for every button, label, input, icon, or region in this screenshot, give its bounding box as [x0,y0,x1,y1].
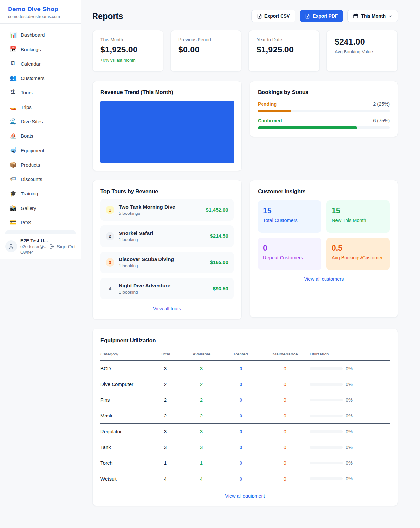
cell-maintenance: 0 [261,397,310,403]
utilization-bar [310,399,343,401]
export-csv-button[interactable]: Export CSV [251,10,295,22]
cell-total: 3 [149,444,182,450]
sidebar-item-customers[interactable]: 👥 Customers [5,71,76,85]
sign-out-button[interactable]: Sign Out [49,244,76,249]
cell-available: 2 [182,381,221,387]
tour-name: Snorkel Safari [119,230,153,236]
table-row: BCD 3 3 0 0 0% [100,361,390,376]
customer-insights-title: Customer Insights [258,188,390,194]
insight-label: New This Month [332,218,385,223]
sidebar-item-label: Dive Sites [21,119,43,124]
calendar-pad-icon: 🗓 [10,60,16,67]
table-row: Fins 2 2 0 0 0% [100,392,390,408]
cell-total: 4 [149,476,182,482]
cell-utilization: 0% [310,413,390,418]
sidebar-item-gallery[interactable]: 📸 Gallery [5,201,76,214]
view-all-tours-link[interactable]: View all tours [100,306,234,311]
col-total: Total [149,352,182,356]
tour-revenue: $214.50 [210,233,228,239]
utilization-bar [310,430,343,433]
sidebar: Demo Dive Shop demo.test.divestreams.com… [0,0,81,259]
sidebar-item-tours[interactable]: 🏝 Tours [5,86,76,99]
equipment-table: Category Total Available Rented Maintena… [100,350,390,487]
sidebar-item-dive-sites[interactable]: 🌊 Dive Sites [5,115,76,128]
cell-category: Tank [100,444,149,450]
tour-revenue: $165.00 [210,259,228,265]
stat-value: $1,925.00 [100,45,155,54]
sidebar-item-label: Calendar [21,61,41,67]
col-utilization: Utilization [310,352,390,356]
sidebar-item-partial[interactable] [5,230,76,234]
export-pdf-button[interactable]: Export PDF [300,10,343,22]
customer-insights-panel: Customer Insights 15 Total Customers 15 … [250,180,398,318]
status-label: Pending [258,101,277,107]
cell-available: 4 [182,476,221,482]
cell-rented: 0 [221,429,261,434]
sidebar-item-label: Dashboard [21,32,45,38]
cell-utilization: 0% [310,382,390,387]
insight-label: Total Customers [263,218,316,223]
col-category: Category [100,352,149,356]
utilization-bar [310,415,343,417]
page-title: Reports [92,11,123,21]
stat-value: $241.00 [335,37,389,47]
user-name: E2E Test U... [20,238,46,243]
sidebar-item-products[interactable]: 📦 Products [5,158,76,171]
view-all-equipment-link[interactable]: View all equipment [100,493,390,498]
cell-total: 3 [149,366,182,371]
status-progress-fill [258,126,357,129]
table-body: BCD 3 3 0 0 0% Dive Computer 2 2 0 0 0% [100,361,390,487]
cell-maintenance: 0 [261,381,310,387]
stat-cards-row: This Month $1,925.00 +0% vs last month P… [92,30,398,72]
cell-utilization: 0% [310,429,390,434]
shop-name: Demo Dive Shop [8,6,73,13]
panels-grid: Revenue Trend (This Month) Bookings by S… [92,81,398,319]
cell-available: 1 [182,460,221,466]
sidebar-item-label: Trips [21,104,32,110]
utilization-bar [310,383,343,386]
sidebar-item-pos[interactable]: 💳 POS [5,216,76,229]
view-all-customers-link[interactable]: View all customers [258,276,390,282]
sidebar-item-discounts[interactable]: 🏷 Discounts [5,173,76,186]
island-icon: 🏝 [10,89,16,96]
cell-total: 3 [149,429,182,434]
user-email: e2e-tester@... [20,244,46,249]
file-download-icon [257,14,262,19]
sidebar-item-calendar[interactable]: 🗓 Calendar [5,57,76,70]
reports-page: Demo Dive Shop demo.test.divestreams.com… [0,0,420,528]
topbar-actions: Export CSV Export PDF This Month [251,10,398,22]
people-icon: 👥 [10,75,16,82]
tour-row: 4 Night Dive Adventure 1 booking $93.50 [100,278,234,299]
cell-category: Fins [100,397,149,403]
file-download-icon [305,14,310,19]
stat-card-year-to-date: Year to Date $1,925.00 [248,30,320,72]
insight-value: 0.5 [332,244,385,253]
sidebar-item-training[interactable]: 🎓 Training [5,187,76,200]
status-count: 6 (75%) [373,118,390,123]
stat-label: Year to Date [257,37,311,42]
insight-label: Repeat Customers [263,255,316,260]
sidebar-item-trips[interactable]: 🚤 Trips [5,100,76,113]
graduation-cap-icon: 🎓 [10,190,16,197]
tour-bookings: 1 booking [119,290,170,294]
user-role: Owner [20,250,46,254]
main-content: Reports Export CSV Export PDF This Month [81,0,420,519]
sidebar-item-bookings[interactable]: 📅 Bookings [5,43,76,56]
cell-utilization: 0% [310,366,390,371]
diving-mask-icon: 🤿 [10,147,16,154]
sidebar-item-equipment[interactable]: 🤿 Equipment [5,144,76,157]
tour-name: Night Dive Adventure [119,283,170,289]
tour-row: 2 Snorkel Safari 1 booking $214.50 [100,225,234,247]
tag-icon: 🏷 [10,176,16,182]
period-dropdown[interactable]: This Month [347,10,398,22]
table-row: Regulator 3 3 0 0 0% [100,424,390,439]
speedboat-icon: 🚤 [10,104,16,111]
insight-value: 15 [332,206,385,215]
tour-bookings: 5 bookings [119,211,175,216]
sidebar-item-dashboard[interactable]: 📊 Dashboard [5,28,76,41]
cell-rented: 0 [221,397,261,403]
tour-bookings: 1 booking [119,237,153,242]
insight-value: 15 [263,206,316,215]
sidebar-item-boats[interactable]: ⛵ Boats [5,129,76,142]
user-meta: E2E Test U... e2e-tester@... Owner [20,238,46,254]
